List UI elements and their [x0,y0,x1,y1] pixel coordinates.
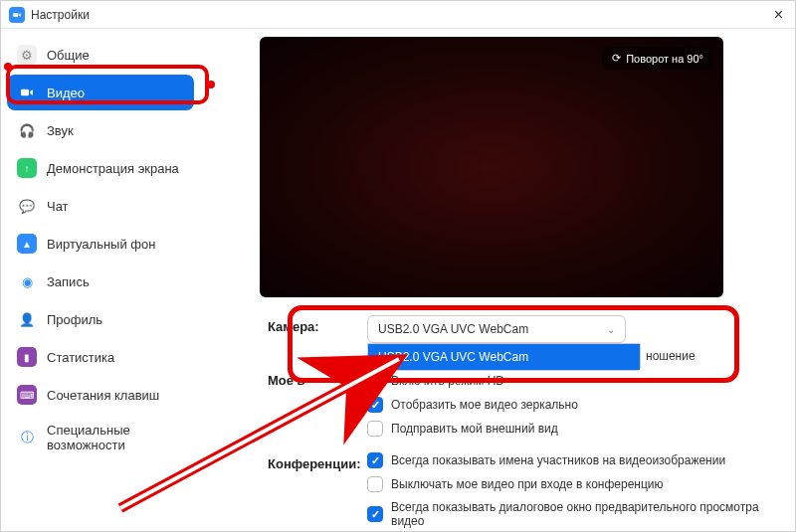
camera-select[interactable]: USB2.0 VGA UVC WebCam ⌄ [367,315,626,343]
sidebar-item-label: Запись [47,274,90,289]
settings-window: Настройки × ⚙ Общие Видео 🎧 Звук ↑ Демон… [0,0,796,532]
chevron-down-icon: ⌄ [607,324,615,335]
sidebar-item-label: Профиль [47,312,102,327]
close-icon[interactable]: × [770,6,787,24]
image-icon: ▲ [17,234,37,254]
meetings-label: Конференции: [268,452,367,471]
checkbox-turn-off[interactable] [367,476,383,492]
app-icon [9,7,25,23]
check-touchup: Подправить мой внешний вид [367,421,775,437]
check-label: Выключать мое видео при входе в конферен… [391,477,664,491]
camera-dropdown: USB2.0 VGA UVC WebCam [367,343,641,371]
window-title: Настройки [31,8,90,22]
titlebar: Настройки × [1,1,795,29]
camera-dropdown-option[interactable]: USB2.0 VGA UVC WebCam [368,344,640,370]
content: ⟳ Поворот на 90° Камера: USB2.0 VGA UVC … [200,29,795,531]
camera-label: Камера: [268,315,367,334]
sidebar-item-label: Статистика [47,350,114,365]
sidebar-item-general[interactable]: ⚙ Общие [7,37,194,73]
check-label: Отобразить мое видео зеркально [391,398,578,412]
sidebar-item-label: Сочетания клавиш [47,388,159,403]
accessibility-icon: ⓘ [17,428,37,447]
sidebar-item-profile[interactable]: 👤 Профиль [7,301,194,337]
rotate-icon: ⟳ [612,52,621,65]
sidebar-item-label: Чат [47,199,69,214]
titlebar-left: Настройки [9,7,90,23]
camera-body: USB2.0 VGA UVC WebCam ⌄ USB2.0 VGA UVC W… [367,315,775,343]
meetings-row: Конференции: Всегда показывать имена уча… [268,452,775,532]
sidebar-item-shortcuts[interactable]: ⌨ Сочетания клавиш [7,377,194,413]
svg-rect-1 [21,89,29,96]
share-screen-icon: ↑ [17,158,37,178]
sidebar-item-label: Видео [47,86,85,100]
checkbox-touchup[interactable] [367,421,383,437]
my-video-label: Мое в [268,373,367,388]
check-turn-off: Выключать мое видео при входе в конферен… [367,476,775,492]
meetings-checks: Всегда показывать имена участников на ви… [367,452,775,532]
camera-selected-value: USB2.0 VGA UVC WebCam [378,322,528,336]
aspect-ratio-partial: ношение [646,349,696,363]
sidebar-item-label: Демонстрация экрана [47,161,179,176]
rotate-button[interactable]: ⟳ Поворот на 90° [602,47,713,70]
gear-icon: ⚙ [17,45,37,65]
checkbox-hd[interactable] [367,373,383,389]
user-icon: 👤 [17,309,37,329]
my-video-row: Мое в Включить режим HD Отобразить мое в… [268,373,775,444]
video-preview: ⟳ Поворот на 90° [260,37,723,297]
sidebar-item-label: Виртуальный фон [47,237,155,252]
rotate-label: Поворот на 90° [626,53,703,65]
sidebar-item-label: Общие [47,48,90,63]
check-label: Подправить мой внешний вид [391,422,558,436]
my-video-checks: Включить режим HD Отобразить мое видео з… [367,373,775,444]
video-icon [17,83,37,102]
sidebar-item-recording[interactable]: ◉ Запись [7,264,194,299]
checkbox-mirror[interactable] [367,397,383,413]
stats-icon: ▮ [17,347,37,367]
record-icon: ◉ [17,271,37,291]
sidebar-item-label: Звук [47,123,74,138]
sidebar-item-stats[interactable]: ▮ Статистика [7,339,194,375]
camera-row: Камера: USB2.0 VGA UVC WebCam ⌄ USB2.0 V… [268,315,775,343]
sidebar-item-label: Специальные возможности [47,423,184,452]
settings-section: Камера: USB2.0 VGA UVC WebCam ⌄ USB2.0 V… [260,315,775,532]
sidebar: ⚙ Общие Видео 🎧 Звук ↑ Демонстрация экра… [1,29,200,531]
check-label: Включить режим HD [391,374,504,388]
check-label: Всегда показывать диалоговое окно предва… [391,500,775,528]
sidebar-item-video[interactable]: Видео [7,75,194,110]
check-label: Всегда показывать имена участников на ви… [391,453,725,467]
headphones-icon: 🎧 [17,120,37,140]
sidebar-item-accessibility[interactable]: ⓘ Специальные возможности [7,415,194,460]
sidebar-item-audio[interactable]: 🎧 Звук [7,112,194,148]
check-show-names: Всегда показывать имена участников на ви… [367,452,775,468]
keyboard-icon: ⌨ [17,385,37,405]
check-preview-dialog: Всегда показывать диалоговое окно предва… [367,500,775,528]
sidebar-item-share[interactable]: ↑ Демонстрация экрана [7,150,194,186]
sidebar-item-virtual-bg[interactable]: ▲ Виртуальный фон [7,226,194,262]
svg-rect-0 [13,12,18,16]
checkbox-preview-dialog[interactable] [367,506,383,522]
check-mirror: Отобразить мое видео зеркально [367,397,775,413]
chat-icon: 💬 [17,196,37,216]
sidebar-item-chat[interactable]: 💬 Чат [7,188,194,224]
checkbox-show-names[interactable] [367,452,383,468]
body: ⚙ Общие Видео 🎧 Звук ↑ Демонстрация экра… [1,29,795,531]
check-hd: Включить режим HD [367,373,775,389]
